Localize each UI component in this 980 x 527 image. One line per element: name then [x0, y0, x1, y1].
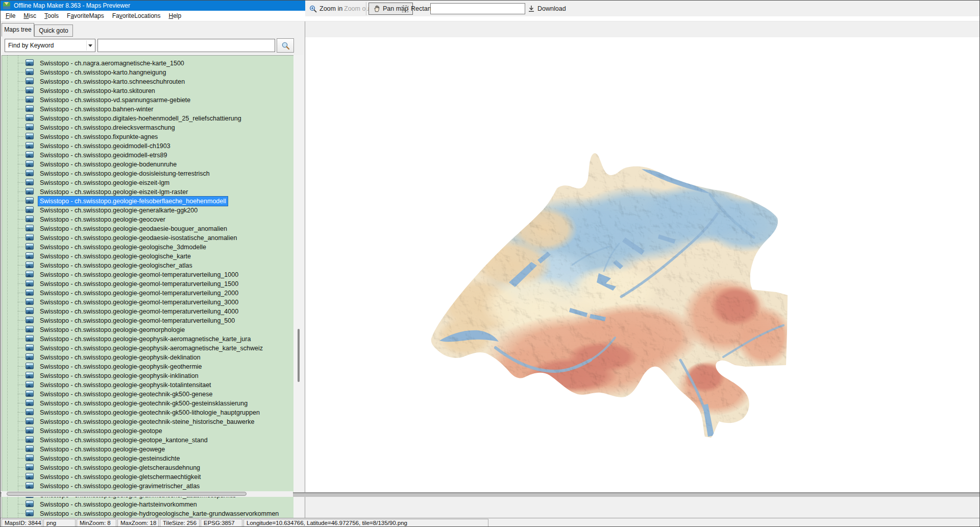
- tab-maps-tree[interactable]: Maps tree: [2, 23, 34, 37]
- menu-item-favorite-maps[interactable]: FavoriteMaps: [63, 11, 108, 21]
- tree-item[interactable]: Swisstopo - ch.swisstopo.geologie-dosisl…: [2, 169, 293, 178]
- tree-item[interactable]: Swisstopo - ch.swisstopo.geologie-geophy…: [2, 334, 293, 343]
- tree-item-label[interactable]: Swisstopo - ch.swisstopo.geologie-geotop…: [38, 435, 210, 445]
- tree-item-label[interactable]: Swisstopo - ch.swisstopo.geologie-geotop…: [38, 426, 164, 436]
- tree-item[interactable]: Swisstopo - ch.swisstopo.geologie-geotop…: [2, 435, 293, 444]
- tree-item-label[interactable]: Swisstopo - ch.swisstopo.geologie-geomol…: [38, 270, 240, 280]
- tree-item[interactable]: Swisstopo - ch.swisstopo.geologie-geotec…: [2, 408, 293, 417]
- menu-item-misc[interactable]: Misc: [19, 11, 40, 21]
- tree-item-label[interactable]: Swisstopo - ch.swisstopo.geologie-geophy…: [38, 380, 213, 390]
- tree-item-label[interactable]: Swisstopo - ch.swisstopo.geologie-geolog…: [38, 242, 208, 252]
- tree-item[interactable]: Swisstopo - ch.swisstopo.geologie-hydrog…: [2, 509, 293, 518]
- tree-item[interactable]: Swisstopo - ch.swisstopo.geologie-geodae…: [2, 233, 293, 242]
- menu-item-help[interactable]: Help: [165, 11, 186, 21]
- tree-item-label[interactable]: Swisstopo - ch.swisstopo.geologie-geodae…: [38, 224, 229, 234]
- tree-item-label[interactable]: Swisstopo - ch.swisstopo.geologie-geomol…: [38, 288, 240, 298]
- tree-item[interactable]: Swisstopo - ch.swisstopo-karto.schneesch…: [2, 77, 293, 86]
- tree-item-label[interactable]: Swisstopo - ch.swisstopo.geologie-bodenu…: [38, 159, 179, 170]
- tree-item-label[interactable]: Swisstopo - ch.nagra.aeromagnetische-kar…: [38, 58, 186, 68]
- tree-item[interactable]: Swisstopo - ch.swisstopo.geologie-eiszei…: [2, 187, 293, 196]
- tree-item[interactable]: Swisstopo - ch.swisstopo.fixpunkte-agnes: [2, 132, 293, 141]
- tree-item-label[interactable]: Swisstopo - ch.swisstopo.geologie-geolog…: [38, 251, 193, 261]
- tree-item-label[interactable]: Swisstopo - ch.swisstopo.geologie-genera…: [38, 205, 200, 215]
- find-mode-select[interactable]: Find by Keyword: [5, 39, 95, 52]
- tree-item-label[interactable]: Swisstopo - ch.swisstopo.dreiecksvermasc…: [38, 123, 177, 133]
- tree-item[interactable]: Swisstopo - ch.swisstopo.geologie-geomol…: [2, 316, 293, 325]
- tree-item-label[interactable]: Swisstopo - ch.swisstopo.geologie-hydrog…: [38, 509, 281, 519]
- search-input[interactable]: [97, 39, 275, 52]
- zoom-in-button[interactable]: Zoom in: [309, 3, 342, 15]
- tree-item[interactable]: Swisstopo - ch.swisstopo.digitales-hoehe…: [2, 113, 293, 123]
- tree-item-label[interactable]: Swisstopo - ch.swisstopo.geologie-geophy…: [38, 343, 265, 353]
- tree-item[interactable]: Swisstopo - ch.swisstopo.geologie-geomor…: [2, 325, 293, 334]
- tree-item-label[interactable]: Swisstopo - ch.swisstopo.geologie-eiszei…: [38, 187, 190, 197]
- tree-item[interactable]: Swisstopo - ch.swisstopo.geologie-gravim…: [2, 481, 293, 490]
- tree-item-label-selected[interactable]: Swisstopo - ch.swisstopo.geologie-felsob…: [38, 196, 228, 206]
- tree-item-label[interactable]: Swisstopo - ch.swisstopo.geologie-geophy…: [38, 352, 203, 363]
- tree-item[interactable]: Swisstopo - ch.swisstopo.geologie-geoweg…: [2, 444, 293, 453]
- tree-item-label[interactable]: Swisstopo - ch.swisstopo.geologie-geomor…: [38, 325, 187, 335]
- tree-item-label[interactable]: Swisstopo - ch.swisstopo.geologie-geotec…: [38, 417, 256, 427]
- tree-item[interactable]: Swisstopo - ch.swisstopo-karto.hangneigu…: [2, 67, 293, 77]
- tree-item[interactable]: Swisstopo - ch.swisstopo.geologie-gletsc…: [2, 463, 293, 472]
- tree-item-label[interactable]: Swisstopo - ch.swisstopo-karto.skitouren: [38, 86, 157, 96]
- tree-item-label[interactable]: Swisstopo - ch.swisstopo.fixpunkte-agnes: [38, 132, 160, 142]
- tree-item-label[interactable]: Swisstopo - ch.swisstopo.geologie-gravim…: [38, 481, 202, 491]
- tree-item[interactable]: Swisstopo - ch.swisstopo.geologie-geomol…: [2, 297, 293, 306]
- tree-item-label[interactable]: Swisstopo - ch.swisstopo.geologie-geomol…: [38, 297, 240, 307]
- tree-item[interactable]: Swisstopo - ch.swisstopo.geologie-geophy…: [2, 380, 293, 389]
- tree-item[interactable]: Swisstopo - ch.swisstopo.geologie-geotec…: [2, 389, 293, 398]
- tree-item[interactable]: Swisstopo - ch.swisstopo.geologie-gletsc…: [2, 472, 293, 481]
- toolbar-input[interactable]: [430, 3, 525, 14]
- tree-item-label[interactable]: Swisstopo - ch.swisstopo.digitales-hoehe…: [38, 113, 243, 124]
- tree-item[interactable]: Swisstopo - ch.swisstopo.geoidmodell-ch1…: [2, 141, 293, 150]
- tree-item-label[interactable]: Swisstopo - ch.swisstopo.geologie-geolog…: [38, 260, 194, 271]
- tree-item-label[interactable]: Swisstopo - ch.swisstopo.geologie-geomol…: [38, 306, 240, 317]
- tree-item-label[interactable]: Swisstopo - ch.swisstopo.geologie-geotec…: [38, 408, 262, 418]
- tree-item-label[interactable]: Swisstopo - ch.swisstopo.geoidmodell-ch1…: [38, 141, 173, 151]
- tree-item-label[interactable]: Swisstopo - ch.swisstopo.geologie-geocov…: [38, 214, 167, 225]
- download-button[interactable]: Download: [528, 3, 566, 15]
- tree-item[interactable]: Swisstopo - ch.swisstopo.geologie-geolog…: [2, 242, 293, 251]
- tree-item[interactable]: Swisstopo - ch.swisstopo.geologie-felsob…: [2, 196, 293, 205]
- switzerland-relief-map[interactable]: [419, 137, 807, 440]
- tree-item[interactable]: Swisstopo - ch.swisstopo.geologie-geolog…: [2, 251, 293, 260]
- tree-item-label[interactable]: Swisstopo - ch.swisstopo.geologie-geotec…: [38, 398, 250, 409]
- tree-item[interactable]: Swisstopo - ch.swisstopo.geologie-geotec…: [2, 398, 293, 408]
- maps-tree-list[interactable]: Swisstopo - ch.nagra.aeromagnetische-kar…: [2, 55, 293, 527]
- tree-item[interactable]: Swisstopo - ch.swisstopo.geologie-geomol…: [2, 288, 293, 297]
- tree-item[interactable]: Swisstopo - ch.swisstopo.geologie-geomol…: [2, 306, 293, 316]
- tree-item-label[interactable]: Swisstopo - ch.swisstopo.geoidmodell-etr…: [38, 150, 169, 160]
- search-button[interactable]: [277, 38, 294, 53]
- tree-horizontal-scrollbar[interactable]: [2, 491, 293, 497]
- tree-item[interactable]: Swisstopo - ch.swisstopo.geologie-genera…: [2, 205, 293, 214]
- tree-item-label[interactable]: Swisstopo - ch.swisstopo.geologie-geophy…: [38, 371, 201, 381]
- scrollbar-thumb[interactable]: [298, 329, 300, 382]
- tree-item-label[interactable]: Swisstopo - ch.swisstopo.geologie-geomol…: [38, 316, 237, 326]
- tree-item-label[interactable]: Swisstopo - ch.swisstopo-karto.schneesch…: [38, 77, 187, 87]
- tree-item[interactable]: Swisstopo - ch.swisstopo.geologie-geomol…: [2, 279, 293, 288]
- tree-item[interactable]: Swisstopo - ch.swisstopo.geologie-geophy…: [2, 352, 293, 362]
- chevron-down-icon[interactable]: [88, 44, 92, 47]
- tree-item[interactable]: Swisstopo - ch.swisstopo.dreiecksvermasc…: [2, 123, 293, 132]
- tree-item[interactable]: Swisstopo - ch.swisstopo.geologie-geophy…: [2, 362, 293, 371]
- menu-item-file[interactable]: File: [2, 11, 19, 21]
- tree-item[interactable]: Swisstopo - ch.swisstopo-vd.spannungsarm…: [2, 95, 293, 104]
- menu-item-favorite-locations[interactable]: FavoriteLocations: [108, 11, 165, 21]
- tree-item[interactable]: Swisstopo - ch.swisstopo.geoidmodell-etr…: [2, 150, 293, 159]
- tree-item[interactable]: Swisstopo - ch.swisstopo.geologie-geodae…: [2, 224, 293, 233]
- tree-item-label[interactable]: Swisstopo - ch.swisstopo.geologie-gletsc…: [38, 463, 202, 473]
- tree-vertical-scrollbar[interactable]: [293, 55, 304, 527]
- tree-item-label[interactable]: Swisstopo - ch.swisstopo-karto.hangneigu…: [38, 67, 168, 78]
- tree-item-label[interactable]: Swisstopo - ch.swisstopo.geologie-eiszei…: [38, 178, 172, 188]
- menu-item-tools[interactable]: Tools: [40, 11, 63, 21]
- tree-item-label[interactable]: Swisstopo - ch.swisstopo.geologie-geoweg…: [38, 444, 167, 454]
- tree-item-label[interactable]: Swisstopo - ch.swisstopo.geologie-geomol…: [38, 279, 240, 289]
- tree-item-label[interactable]: Swisstopo - ch.swisstopo-vd.spannungsarm…: [38, 95, 192, 105]
- tree-item[interactable]: Swisstopo - ch.swisstopo.geologie-bodenu…: [2, 159, 293, 169]
- tree-item[interactable]: Swisstopo - ch.swisstopo.geologie-eiszei…: [2, 178, 293, 187]
- tree-item[interactable]: Swisstopo - ch.swisstopo.geologie-gestei…: [2, 453, 293, 463]
- tree-item[interactable]: Swisstopo - ch.swisstopo.geologie-hartst…: [2, 499, 293, 509]
- tree-item-label[interactable]: Swisstopo - ch.swisstopo.geologie-gestei…: [38, 453, 182, 464]
- tab-quick-goto[interactable]: Quick goto: [34, 25, 73, 37]
